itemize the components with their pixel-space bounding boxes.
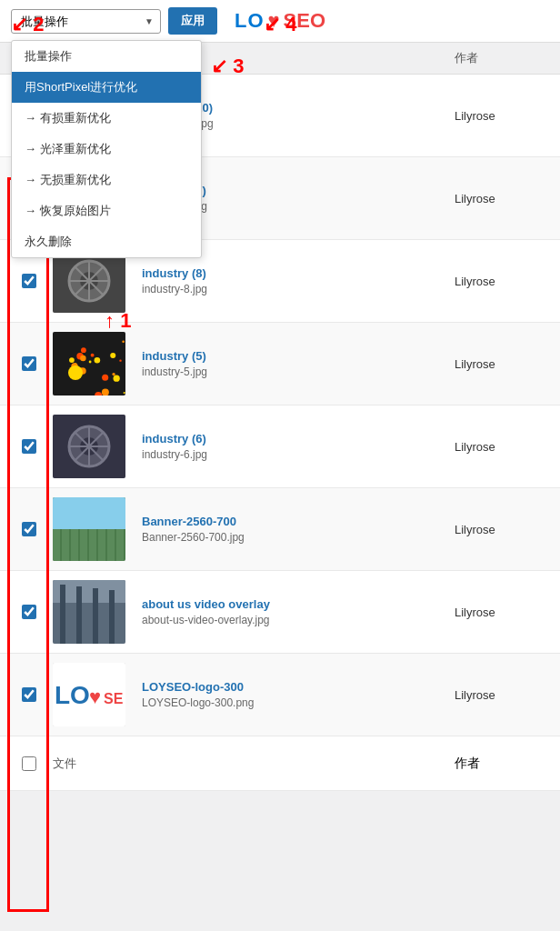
dropdown-item-bulk-default[interactable]: 批量操作 xyxy=(12,41,201,72)
svg-rect-70 xyxy=(116,529,124,561)
svg-rect-75 xyxy=(93,588,98,644)
media-title-3[interactable]: industry (5) xyxy=(142,349,445,363)
media-thumbnail-2 xyxy=(53,249,125,313)
media-checkbox-6[interactable] xyxy=(22,605,36,619)
footer-checkbox[interactable] xyxy=(22,756,36,771)
svg-point-45 xyxy=(89,361,92,364)
svg-point-46 xyxy=(91,354,95,357)
media-title-6[interactable]: about us video overlay xyxy=(142,597,445,611)
svg-rect-69 xyxy=(107,529,115,561)
media-filename-7: LOYSEO-logo-300.png xyxy=(142,696,445,709)
svg-rect-73 xyxy=(60,585,65,644)
media-thumbnail-3 xyxy=(53,332,125,395)
media-author-1: Lilyrose xyxy=(455,192,545,205)
media-thumbnail-7: LO♥SE xyxy=(53,663,125,726)
media-author-5: Lilyrose xyxy=(455,523,545,536)
dropdown-item-restore[interactable]: → 恢复原始图片 xyxy=(12,195,201,226)
svg-point-31 xyxy=(119,359,121,361)
svg-rect-62 xyxy=(53,497,125,529)
dropdown-item-lossless[interactable]: → 无损重新优化 xyxy=(12,165,201,195)
svg-rect-66 xyxy=(80,529,87,561)
svg-rect-28 xyxy=(53,332,125,395)
checkbox-wrapper-7 xyxy=(15,687,44,702)
media-thumbnail-4 xyxy=(53,415,125,478)
svg-point-36 xyxy=(124,392,125,394)
media-author-2: Lilyrose xyxy=(455,275,545,288)
media-filename-4: industry-6.jpg xyxy=(142,448,445,461)
media-item-3: industry (5)industry-5.jpgLilyrose xyxy=(0,323,560,405)
svg-point-33 xyxy=(110,353,115,358)
svg-point-48 xyxy=(69,357,75,363)
media-checkbox-4[interactable] xyxy=(22,439,36,454)
svg-point-34 xyxy=(81,347,86,353)
media-item-5: Banner-2560-700Banner-2560-700.jpgLilyro… xyxy=(0,488,560,571)
svg-rect-67 xyxy=(89,529,96,561)
media-filename-3: industry-5.jpg xyxy=(142,365,445,378)
checkbox-wrapper-3 xyxy=(15,356,44,371)
media-author-3: Lilyrose xyxy=(455,357,545,371)
apply-button[interactable]: 应用 xyxy=(168,7,217,35)
toolbar: 批量操作 用ShortPixel进行优化 → 有损重新优化 → 光泽重新优化 →… xyxy=(11,7,217,35)
media-title-4[interactable]: industry (6) xyxy=(142,432,445,445)
footer-label: 文件 xyxy=(53,756,76,772)
col-author-header: 作者 xyxy=(455,50,545,66)
svg-text:♥: ♥ xyxy=(89,686,101,708)
checkbox-wrapper-6 xyxy=(15,605,44,619)
media-item-6: about us video overlayabout-us-video-ove… xyxy=(0,571,560,654)
media-author-0: Lilyrose xyxy=(455,109,545,123)
footer-author: 作者 xyxy=(455,756,545,772)
bulk-action-select[interactable]: 批量操作 用ShortPixel进行优化 → 有损重新优化 → 光泽重新优化 →… xyxy=(11,9,161,34)
svg-rect-64 xyxy=(62,529,69,561)
media-checkbox-5[interactable] xyxy=(22,522,36,536)
svg-text:LO: LO xyxy=(55,681,90,709)
svg-rect-76 xyxy=(109,590,115,644)
svg-point-39 xyxy=(95,357,101,364)
checkbox-wrapper-5 xyxy=(15,522,44,536)
svg-point-44 xyxy=(122,340,125,343)
media-filename-5: Banner-2560-700.jpg xyxy=(142,531,445,544)
dropdown-item-glossy[interactable]: → 光泽重新优化 xyxy=(12,134,201,165)
media-info-2: industry (8)industry-8.jpg xyxy=(135,266,445,295)
checkbox-wrapper-4 xyxy=(15,439,44,454)
media-author-6: Lilyrose xyxy=(455,606,545,619)
checkbox-wrapper-2 xyxy=(15,274,44,288)
media-filename-2: industry-8.jpg xyxy=(142,283,445,295)
dropdown-item-shortpixel[interactable]: 用ShortPixel进行优化 xyxy=(12,72,201,103)
logo-text-lo: LO xyxy=(235,9,265,33)
footer-checkbox-wrapper xyxy=(15,756,44,771)
footer-row: 文件 作者 xyxy=(0,736,560,791)
dropdown-item-lossy[interactable]: → 有损重新优化 xyxy=(12,103,201,134)
media-checkbox-7[interactable] xyxy=(22,687,36,702)
media-info-7: LOYSEO-logo-300LOYSEO-logo-300.png xyxy=(135,680,445,709)
bulk-select-wrapper: 批量操作 用ShortPixel进行优化 → 有损重新优化 → 光泽重新优化 →… xyxy=(11,9,161,34)
media-author-7: Lilyrose xyxy=(455,688,545,702)
media-thumbnail-5 xyxy=(53,497,125,561)
media-info-5: Banner-2560-700Banner-2560-700.jpg xyxy=(135,515,445,544)
logo-area: LO ♥ SEO xyxy=(235,9,325,33)
svg-point-49 xyxy=(68,365,83,380)
media-filename-6: about-us-video-overlay.jpg xyxy=(142,614,445,626)
media-author-4: Lilyrose xyxy=(455,440,545,454)
dropdown-item-delete[interactable]: 永久删除 xyxy=(12,226,201,257)
svg-point-47 xyxy=(112,373,115,375)
svg-rect-68 xyxy=(98,529,105,561)
logo-heart-icon: ♥ xyxy=(268,9,280,33)
media-title-7[interactable]: LOYSEO-logo-300 xyxy=(142,680,445,694)
svg-point-42 xyxy=(114,375,120,382)
media-info-4: industry (6)industry-6.jpg xyxy=(135,432,445,461)
media-checkbox-3[interactable] xyxy=(22,356,36,371)
media-item-4: industry (6)industry-6.jpgLilyrose xyxy=(0,405,560,488)
media-checkbox-2[interactable] xyxy=(22,274,36,288)
svg-point-38 xyxy=(80,355,85,361)
svg-rect-74 xyxy=(76,586,82,644)
bulk-action-dropdown: 批量操作用ShortPixel进行优化→ 有损重新优化→ 光泽重新优化→ 无损重… xyxy=(11,40,202,258)
media-thumbnail-6 xyxy=(53,580,125,644)
media-title-5[interactable]: Banner-2560-700 xyxy=(142,515,445,528)
svg-rect-63 xyxy=(53,529,60,561)
svg-rect-65 xyxy=(71,529,78,561)
header-bar: 批量操作 用ShortPixel进行优化 → 有损重新优化 → 光泽重新优化 →… xyxy=(0,0,560,43)
media-item-7: LO♥SELOYSEO-logo-300LOYSEO-logo-300.pngL… xyxy=(0,654,560,736)
svg-point-43 xyxy=(102,375,108,381)
media-title-2[interactable]: industry (8) xyxy=(142,266,445,280)
logo-text-seo: SEO xyxy=(284,9,325,33)
